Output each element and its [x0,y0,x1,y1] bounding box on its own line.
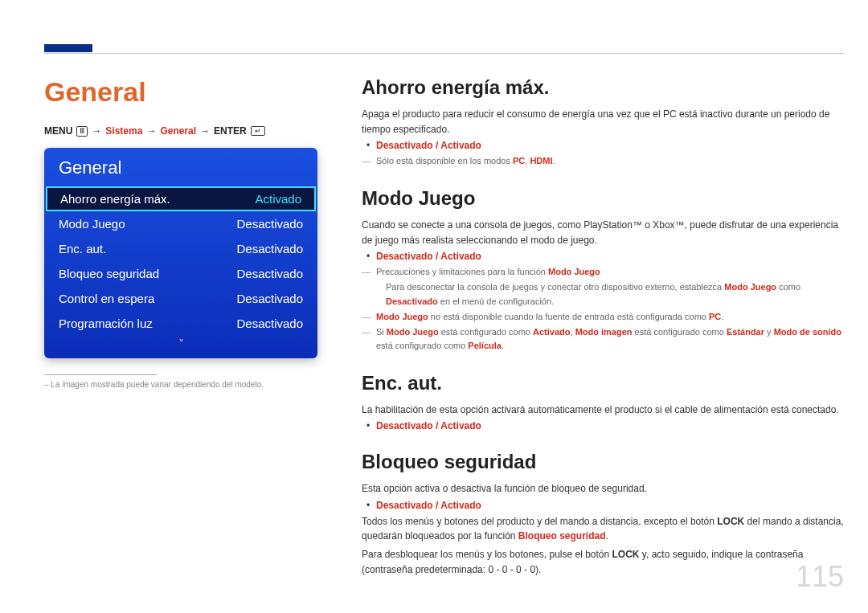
section-ahorro: Ahorro energía máx. Apaga el producto pa… [362,76,844,168]
breadcrumb: MENU Ⅲ → Sistema → General → ENTER [44,125,317,137]
section-encaut: Enc. aut. La habilitación de esta opción… [362,372,844,432]
osd-label: Control en espera [59,292,154,305]
header-accent-bar [44,44,92,52]
note-bold: Modo imagen [575,327,633,337]
osd-panel: General Ahorro energía máx. Activado Mod… [44,148,317,358]
section-heading: Bloqueo seguridad [362,451,844,473]
section-modojuego: Modo Juego Cuando se conecte a una conso… [362,187,844,352]
section-options: Desactivado / Activado [376,420,844,431]
note-text: como [776,282,800,292]
menu-icon: Ⅲ [76,126,88,137]
note-text: Precauciones y limitaciones para la func… [376,267,548,276]
para-bold: LOCK [612,549,640,560]
section-options: Desactivado / Activado [376,500,844,511]
breadcrumb-arrow: → [92,125,101,137]
osd-value: Activado [255,192,301,206]
footnote-label: La imagen mostrada puede variar dependie… [51,380,264,389]
right-column: Ahorro energía máx. Apaga el producto pa… [362,76,844,596]
note-text: está configurado como [633,327,727,337]
osd-row-programacion[interactable]: Programación luz Desactivado [44,311,317,336]
note-text: está configurado como [376,341,468,350]
breadcrumb-menu: MENU [44,125,72,137]
note-bold: Modo de sonido [774,327,841,337]
note-bold: Desactivado [386,296,438,306]
para-text: Para desbloquear los menús y los botones… [362,549,612,560]
section-subnote: Para desconectar la consola de juegos y … [386,280,844,308]
note-bold: PC [709,312,721,321]
osd-value: Desactivado [236,292,303,305]
osd-more-chevron-icon[interactable]: ˅ [44,336,317,350]
note-text: . [721,312,723,321]
section-para: Todos los menús y botones del producto y… [362,514,844,544]
note-text: no está disponible cuando la fuente de e… [428,312,709,321]
osd-label: Programación luz [59,317,153,330]
breadcrumb-arrow: → [146,125,156,137]
note-bold: Estándar [727,327,764,337]
osd-label: Modo Juego [59,217,125,231]
note-bold: Modo Juego [387,327,439,337]
footnote-rule [44,374,157,375]
section-desc: La habilitación de esta opción activará … [362,403,844,418]
para-text: . [606,530,608,541]
osd-row-ahorro[interactable]: Ahorro energía máx. Activado [46,186,316,211]
section-note: Si Modo Juego está configurado como Acti… [376,325,844,353]
page-title: General [44,76,317,108]
section-note: Sólo está disponible en los modos PC, HD… [376,154,844,168]
section-desc: Esta opción activa o desactiva la funció… [362,481,844,497]
osd-row-bloqueo[interactable]: Bloqueo seguridad Desactivado [44,261,317,286]
note-text: en el menú de configuración. [438,296,554,306]
osd-value: Desactivado [236,242,303,255]
note-suffix: . [553,156,555,166]
content-wrapper: General MENU Ⅲ → Sistema → General → ENT… [44,76,844,596]
note-text: y [764,327,774,337]
para-bold: Bloqueo seguridad [518,530,606,541]
section-options: Desactivado / Activado [376,251,844,262]
para-text: Todos los menús y botones del producto y… [362,516,717,527]
breadcrumb-enter: ENTER [214,125,247,137]
section-note: Modo Juego no está disponible cuando la … [376,310,844,324]
breadcrumb-general: General [160,125,196,137]
note-bold: Modo Juego [376,312,428,321]
osd-row-control[interactable]: Control en espera Desactivado [44,286,317,311]
footnote-text: – La imagen mostrada puede variar depend… [44,380,317,389]
note-hdmi: HDMI [530,156,552,166]
note-pc: PC [513,156,525,166]
note-bold: Modo Juego [724,282,776,292]
section-desc: Cuando se conecte a una consola de juego… [362,218,844,247]
osd-row-modojuego[interactable]: Modo Juego Desactivado [44,211,317,236]
para-bold: LOCK [717,516,744,527]
enter-icon [251,126,265,136]
breadcrumb-sistema: Sistema [105,125,142,137]
note-bold: Película [468,341,502,350]
section-bloqueo: Bloqueo seguridad Esta opción activa o d… [362,451,844,577]
osd-label: Bloqueo seguridad [59,267,159,280]
osd-label: Ahorro energía máx. [60,192,170,206]
osd-value: Desactivado [236,267,303,280]
osd-label: Enc. aut. [59,242,106,255]
note-text: Para desconectar la consola de juegos y … [386,282,724,292]
section-desc: Apaga el producto para reducir el consum… [362,107,844,137]
note-text: . [502,341,504,350]
section-heading: Ahorro energía máx. [362,76,844,99]
note-bold: Activado [533,327,570,337]
section-note: Precauciones y limitaciones para la func… [376,265,844,279]
breadcrumb-arrow: → [200,125,210,137]
page-number: 115 [796,560,844,594]
note-text: Sólo está disponible en los modos [376,156,513,166]
note-bold: Modo Juego [548,267,600,276]
osd-title: General [44,148,317,186]
osd-value: Desactivado [236,317,303,330]
note-text: está configurado como [439,327,533,337]
section-options: Desactivado / Activado [376,140,844,151]
section-heading: Enc. aut. [362,372,844,394]
note-text: Si [376,327,387,337]
header-rule [44,53,844,54]
left-column: General MENU Ⅲ → Sistema → General → ENT… [44,76,317,596]
section-para: Para desbloquear los menús y los botones… [362,547,844,577]
section-heading: Modo Juego [362,187,844,210]
osd-value: Desactivado [236,217,303,231]
osd-row-encaut[interactable]: Enc. aut. Desactivado [44,236,317,261]
